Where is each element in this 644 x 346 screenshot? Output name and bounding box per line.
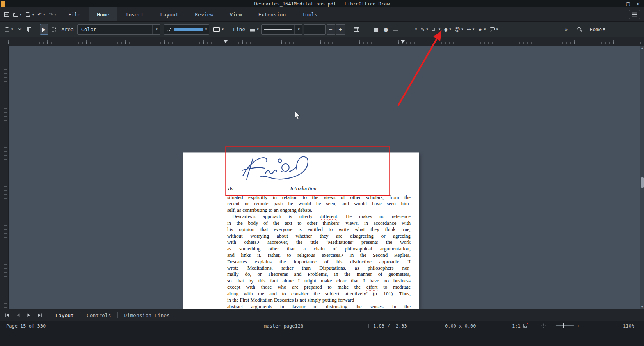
close-button[interactable]: × [636, 1, 640, 7]
ruler-margin-marker[interactable] [401, 40, 405, 43]
undo-button[interactable]: ↶ [36, 9, 46, 20]
save-button[interactable] [24, 9, 36, 20]
line-tool-icon: — [409, 27, 414, 32]
tab-review[interactable]: Review [187, 7, 222, 21]
workspace: xiv Introduction situated explicitly in … [0, 46, 644, 309]
page-number-status: Page 15 of 330 [6, 323, 46, 329]
toolbar-separator [228, 25, 228, 33]
maximize-button[interactable]: ▢ [626, 1, 630, 7]
ellipse-button[interactable]: ● [382, 24, 390, 35]
redo-button[interactable]: ↷ [48, 9, 57, 20]
tab-view[interactable]: View [221, 7, 250, 21]
go-last-page-button[interactable] [35, 311, 44, 319]
increase-width-button[interactable]: + [336, 24, 345, 35]
line-width-input[interactable] [304, 24, 326, 35]
text-line: situated explicitly in relation to the v… [227, 194, 411, 201]
statusbar: Page 15 of 330 master-page128 1.83 / -2.… [0, 321, 644, 346]
overflow-button[interactable]: » [562, 24, 571, 35]
curves-polygons-button[interactable]: ✎ [419, 24, 429, 35]
zoom-slider-track[interactable] [556, 325, 574, 326]
sidebar-deck-select[interactable]: Home ▼ [589, 24, 607, 35]
drawing-canvas[interactable]: xiv Introduction situated explicitly in … [9, 46, 644, 309]
minimize-button[interactable]: − [616, 1, 620, 7]
tab-layer-layout[interactable]: Layout [52, 311, 78, 319]
tab-separator [80, 312, 80, 318]
page-body-text[interactable]: situated explicitly in relation to the v… [227, 194, 411, 309]
scroll-down-arrow[interactable]: ▼ [640, 305, 644, 309]
text-line: without worrying about whether they are … [227, 233, 411, 239]
cursor-position-status: 1.83 / -2.33 [366, 323, 407, 329]
ruler-margin-marker[interactable] [224, 40, 228, 43]
fill-style-select[interactable]: Color [77, 24, 160, 35]
scroll-up-arrow[interactable]: ▲ [640, 46, 644, 50]
go-next-page-button[interactable] [24, 311, 34, 319]
copy-button[interactable] [25, 24, 34, 35]
scrollbar-thumb[interactable] [641, 177, 644, 188]
zoom-fit-icon [541, 323, 546, 328]
window-controls: − ▢ × [616, 0, 640, 7]
paste-button[interactable] [3, 24, 14, 35]
text-line: and links it, rather, to religious exerc… [227, 252, 411, 258]
pdf-page[interactable]: xiv Introduction situated explicitly in … [183, 153, 419, 309]
go-previous-page-button[interactable] [13, 311, 23, 319]
save-status[interactable] [523, 323, 528, 328]
zoom-fit-button[interactable] [541, 323, 546, 328]
line-icon: — [364, 27, 369, 32]
edit-points-button[interactable] [50, 24, 58, 35]
find-replace-button[interactable] [575, 24, 584, 35]
zoom-in-button[interactable]: + [577, 323, 580, 329]
vertical-scrollbar[interactable]: ▲ ▼ [640, 46, 644, 309]
insert-textbox-button[interactable] [391, 24, 400, 35]
zoom-slider[interactable] [556, 325, 574, 326]
connectors-button[interactable] [431, 24, 442, 35]
lines-and-arrows-button[interactable]: — [407, 24, 418, 35]
insert-line-button[interactable]: — [362, 24, 371, 35]
unsaved-indicator [527, 323, 528, 324]
text-line: along with me and to consider the subjec… [227, 291, 411, 297]
spellcheck-word: different [320, 213, 337, 219]
zoom-level-status[interactable]: 110% [623, 323, 634, 329]
tab-layer-dimension-lines[interactable]: Dimension Lines [120, 311, 174, 319]
tab-extension[interactable]: Extension [250, 7, 294, 21]
select-tool-button[interactable]: ▶ [40, 24, 48, 35]
titlebar[interactable]: Descartes_1641Meditations.pdf — LibreOff… [0, 0, 644, 7]
text-line: self, as contributing to an ongoing deba… [227, 207, 411, 213]
rectangle-button[interactable]: ■ [372, 24, 381, 35]
basic-shapes-button[interactable]: ◆ [443, 24, 452, 35]
zoom-out-button[interactable]: − [550, 323, 552, 329]
block-arrows-button[interactable]: ↔ [466, 24, 475, 35]
menubar-toggle-button[interactable] [3, 9, 11, 20]
scale-status[interactable]: 1:1 [512, 323, 521, 329]
cut-button[interactable]: ✂ [16, 24, 24, 35]
tab-home[interactable]: Home [89, 7, 117, 21]
fill-style-caret[interactable] [152, 25, 160, 34]
hamburger-menu-button[interactable] [629, 10, 640, 19]
stars-banners-button[interactable]: ★ [477, 24, 487, 35]
tab-layout[interactable]: Layout [152, 7, 187, 21]
table-icon [354, 27, 359, 32]
callouts-button[interactable] [488, 24, 500, 35]
master-page-status[interactable]: master-page128 [264, 323, 303, 329]
go-first-page-button[interactable] [2, 311, 12, 319]
line-style-button[interactable] [249, 24, 260, 35]
text-line: Descartes explains the importance of his… [227, 259, 411, 265]
border-style-button[interactable] [212, 24, 225, 35]
insert-table-button[interactable] [352, 24, 361, 35]
zoom-slider-thumb[interactable] [563, 323, 564, 328]
line-style-select[interactable] [261, 24, 302, 35]
decrease-width-button[interactable]: − [327, 24, 335, 35]
search-icon [577, 27, 582, 32]
area-label: Area [62, 27, 74, 32]
tab-insert[interactable]: Insert [117, 7, 152, 21]
signature-drawing[interactable] [237, 153, 335, 186]
tab-file[interactable]: File [60, 7, 89, 21]
open-button[interactable] [12, 9, 23, 20]
vertical-ruler[interactable] [0, 46, 8, 309]
horizontal-ruler[interactable] [0, 37, 644, 46]
tab-tools[interactable]: Tools [294, 7, 326, 21]
fill-color-picker[interactable] [164, 24, 210, 35]
tab-layer-controls[interactable]: Controls [83, 311, 115, 319]
line-style-caret[interactable] [294, 25, 302, 34]
text-line: in the First Meditation Descartes is not… [227, 297, 411, 303]
symbol-shapes-button[interactable]: ☺ [454, 24, 464, 35]
